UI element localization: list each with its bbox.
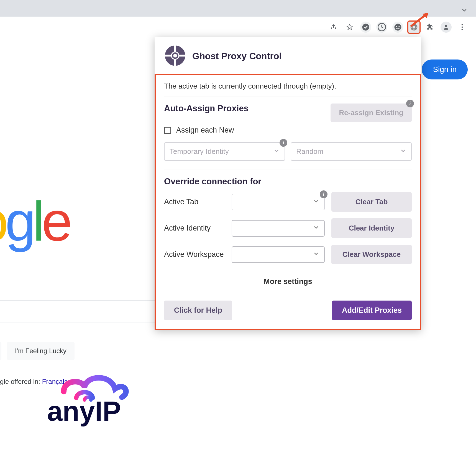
share-icon[interactable] [328, 22, 339, 33]
toolbar-icons [328, 22, 468, 33]
face-icon[interactable] [392, 22, 403, 33]
svg-point-2 [395, 24, 401, 31]
google-buttons: arch I'm Feeling Lucky [0, 342, 75, 360]
override-active-workspace-row: Active Workspace Clear Workspace [164, 245, 412, 264]
assign-each-new-checkbox[interactable]: Assign each New [164, 126, 412, 135]
feeling-lucky-button[interactable]: I'm Feeling Lucky [7, 342, 75, 360]
active-workspace-label: Active Workspace [164, 250, 225, 259]
annotation-arrow [410, 11, 432, 29]
svg-point-10 [462, 29, 463, 30]
override-title: Override connection for [164, 177, 412, 187]
google-search-button[interactable]: arch [0, 342, 1, 360]
check-circle-icon[interactable] [360, 22, 371, 33]
sign-in-button[interactable]: Sign in [422, 60, 468, 79]
random-label: Random [296, 147, 323, 156]
temporary-identity-select[interactable]: Temporary Identity i [164, 142, 285, 161]
chevron-down-icon[interactable] [461, 7, 468, 15]
active-identity-select[interactable] [232, 220, 325, 237]
profile-icon[interactable] [441, 22, 452, 33]
popup-footer: Click for Help Add/Edit Proxies [164, 301, 412, 320]
click-for-help-button[interactable]: Click for Help [164, 301, 232, 320]
active-workspace-select[interactable] [232, 246, 325, 263]
tab-strip [0, 0, 476, 17]
clear-workspace-button[interactable]: Clear Workspace [331, 245, 412, 264]
reassign-label: Re-assign Existing [339, 108, 403, 117]
svg-point-4 [399, 26, 400, 27]
more-settings-link[interactable]: More settings [164, 271, 412, 292]
popup-body: The active tab is currently connected th… [155, 74, 421, 330]
random-select[interactable]: Random [291, 142, 412, 161]
info-icon[interactable]: i [406, 100, 414, 107]
ghost-proxy-logo-icon [164, 45, 186, 68]
chevron-down-icon [313, 224, 319, 232]
auto-assign-title: Auto-Assign Proxies [164, 104, 249, 113]
svg-point-17 [173, 54, 177, 57]
reassign-existing-button[interactable]: Re-assign Existing i [331, 104, 412, 122]
temp-identity-label: Temporary Identity [170, 147, 229, 156]
star-icon[interactable] [344, 22, 355, 33]
google-logo: oogle [0, 190, 69, 253]
chevron-down-icon [313, 198, 319, 206]
more-dots-icon[interactable] [457, 22, 468, 33]
anyip-logo: anyIP [33, 371, 139, 430]
ghost-proxy-popup: Ghost Proxy Control The active tab is cu… [155, 37, 421, 330]
search-input[interactable] [0, 300, 172, 322]
override-active-identity-row: Active Identity Clear Identity [164, 218, 412, 238]
active-tab-select[interactable]: i [232, 194, 325, 210]
svg-point-7 [445, 25, 447, 27]
chevron-down-icon [313, 251, 319, 258]
checkbox-icon [164, 127, 171, 134]
svg-text:anyIP: anyIP [47, 395, 121, 426]
chevron-down-icon [400, 148, 406, 155]
auto-assign-header: Auto-Assign Proxies Re-assign Existing i [164, 104, 412, 122]
chevron-down-icon [273, 148, 280, 155]
refresh-icon[interactable] [376, 22, 387, 33]
checkbox-label: Assign each New [176, 126, 234, 135]
popup-header: Ghost Proxy Control [155, 37, 421, 74]
override-section: Override connection for Active Tab i Cle… [164, 169, 412, 264]
auto-assign-section: Auto-Assign Proxies Re-assign Existing i… [164, 97, 412, 169]
address-bar-row [0, 17, 476, 37]
active-identity-label: Active Identity [164, 224, 225, 232]
clear-identity-button[interactable]: Clear Identity [331, 218, 412, 238]
active-tab-label: Active Tab [164, 198, 225, 206]
info-icon[interactable]: i [320, 190, 327, 198]
info-icon[interactable]: i [280, 139, 287, 147]
clear-tab-button[interactable]: Clear Tab [331, 192, 412, 212]
svg-point-8 [462, 24, 463, 25]
auto-assign-dropdowns: Temporary Identity i Random [164, 142, 412, 169]
connection-status: The active tab is currently connected th… [164, 82, 412, 97]
popup-title: Ghost Proxy Control [192, 51, 282, 61]
add-edit-proxies-button[interactable]: Add/Edit Proxies [332, 301, 412, 320]
override-active-tab-row: Active Tab i Clear Tab [164, 192, 412, 212]
svg-point-9 [462, 27, 463, 28]
svg-point-3 [396, 26, 397, 27]
